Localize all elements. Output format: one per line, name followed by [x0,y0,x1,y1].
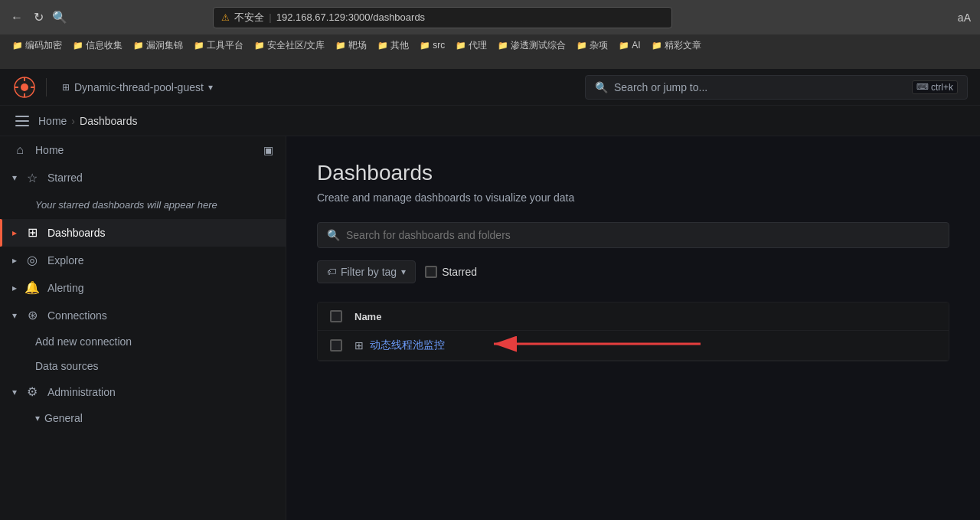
starred-empty-message: Your starred dashboards will appear here [0,191,286,219]
connections-chevron-icon: ▾ [12,310,17,321]
layout-icon: ▣ [263,144,273,156]
dashboard-search-input[interactable] [346,229,939,241]
workspace-selector[interactable]: ⊞ Dynamic-thread-pool-guest ▾ [56,78,219,96]
starred-filter-label: Starred [442,266,477,278]
search-placeholder: Search or jump to... [614,81,707,93]
breadcrumb-bar: Home › Dashboards [0,106,980,136]
sidebar-label-administration: Administration [47,386,273,398]
sidebar-item-data-sources[interactable]: Data sources [0,354,286,378]
bookmarks-bar: 📁编码加密 📁信息收集 📁漏洞集锦 📁工具平台 📁安全社区/文库 📁靶场 📁其他… [0,34,980,56]
breadcrumb-home[interactable]: Home [38,115,67,127]
global-search-bar[interactable]: 🔍 Search or jump to... ⌨ ctrl+k [585,75,968,100]
sidebar-item-administration[interactable]: ▾ ⚙ Administration [0,378,286,406]
bookmark-item[interactable]: 📁src [416,38,448,52]
starred-checkbox[interactable] [425,266,437,278]
sidebar-item-starred[interactable]: ▾ ☆ Starred [0,164,286,191]
dashboards-table: Name ⊞ 动态线程池监控 [317,302,949,361]
alerting-icon: 🔔 [24,280,40,296]
header-checkbox[interactable] [330,310,345,322]
workspace-chevron-icon: ▾ [208,82,213,93]
bookmark-item[interactable]: 📁渗透测试综合 [495,38,569,54]
filter-tag-label: Filter by tag [341,266,397,278]
grafana-logo[interactable] [12,75,37,100]
sidebar-label-connections: Connections [47,309,273,322]
bookmark-item[interactable]: 📁代理 [452,38,490,54]
breadcrumb-current: Dashboards [80,115,138,127]
url-text: 192.168.67.129:3000/dashboards [276,11,425,23]
bookmark-item[interactable]: 📁工具平台 [191,38,247,54]
bookmark-item[interactable]: 📁信息收集 [70,38,126,54]
bookmark-item[interactable]: 📁编码加密 [9,38,65,54]
sidebar-item-general[interactable]: ▾ General [0,406,286,430]
sidebar-item-alerting[interactable]: ▸ 🔔 Alerting [0,274,286,302]
sidebar-label-home: Home [35,144,256,156]
security-warning-icon: ⚠ [221,12,230,23]
address-bar[interactable]: ⚠ 不安全 | 192.168.67.129:3000/dashboards [213,7,672,28]
data-sources-label: Data sources [35,360,98,372]
general-chevron-icon: ▾ [35,413,40,424]
administration-chevron-icon: ▾ [12,387,17,397]
table-header: Name [318,303,949,331]
breadcrumb: Home › Dashboards [38,115,138,127]
aa-button[interactable]: aA [958,11,971,24]
insecure-label: 不安全 [234,11,264,25]
sidebar-label-dashboards: Dashboards [47,227,273,239]
dashboard-grid-icon: ⊞ [354,339,364,352]
add-connection-label: Add new connection [35,335,132,348]
sidebar-item-explore[interactable]: ▸ ◎ Explore [0,247,286,274]
content-area: Dashboards Create and manage dashboards … [286,136,980,520]
bookmark-item[interactable]: 📁其他 [374,38,412,54]
filter-row: 🏷 Filter by tag ▾ Starred [317,260,949,283]
home-icon: ⌂ [12,142,28,158]
search-icon: 🔍 [595,81,608,93]
page-title: Dashboards [317,161,949,185]
workspace-name: Dynamic-thread-pool-guest [74,81,204,93]
app-container: ⊞ Dynamic-thread-pool-guest ▾ 🔍 Search o… [0,69,980,520]
breadcrumb-separator: › [71,115,75,127]
browser-toolbar: ← ↻ 🔍 ⚠ 不安全 | 192.168.67.129:3000/dashbo… [0,0,980,34]
row-checkbox[interactable] [330,339,345,352]
page-subtitle: Create and manage dashboards to visualiz… [317,191,949,204]
sidebar-item-connections[interactable]: ▾ ⊛ Connections [0,302,286,329]
bookmark-item[interactable]: 📁AI [616,38,643,52]
table-row[interactable]: ⊞ 动态线程池监控 [318,331,949,361]
bookmark-item[interactable]: 📁靶场 [332,38,370,54]
sidebar: ⌂ Home ▣ ▾ ☆ Starred Your starred dashbo… [0,136,286,520]
annotation-arrow [471,325,716,361]
bookmark-item[interactable]: 📁漏洞集锦 [130,38,186,54]
starred-filter[interactable]: Starred [425,266,477,278]
sidebar-label-starred: Starred [47,172,273,184]
general-label: General [44,412,83,424]
sidebar-label-explore: Explore [47,254,273,267]
bookmark-item[interactable]: 📁杂项 [573,38,611,54]
dashboard-search-bar[interactable]: 🔍 [317,222,949,248]
table-column-name: Name [354,311,381,322]
filter-by-tag[interactable]: 🏷 Filter by tag ▾ [317,260,416,283]
search-kbd-text: ctrl+k [931,82,953,93]
back-button[interactable]: ← [9,10,24,25]
browser-search-button[interactable]: 🔍 [52,10,67,25]
dashboards-chevron-icon: ▸ [12,227,17,238]
url-separator: | [269,11,271,23]
alerting-chevron-icon: ▸ [12,283,17,293]
browser-chrome: ← ↻ 🔍 ⚠ 不安全 | 192.168.67.129:3000/dashbo… [0,0,980,69]
svg-point-1 [21,83,28,91]
reload-button[interactable]: ↻ [31,10,46,25]
tag-icon: 🏷 [327,267,336,277]
administration-icon: ⚙ [24,384,40,400]
sidebar-label-alerting: Alerting [47,282,273,294]
main-layout: ⌂ Home ▣ ▾ ☆ Starred Your starred dashbo… [0,136,980,520]
sidebar-item-home[interactable]: ⌂ Home ▣ [0,136,286,164]
bookmark-item[interactable]: 📁精彩文章 [648,38,704,54]
dashboards-icon: ⊞ [24,225,40,240]
bookmark-item[interactable]: 📁安全社区/文库 [251,38,328,54]
connections-icon: ⊛ [24,308,40,323]
hamburger-menu[interactable] [12,113,32,129]
star-icon: ☆ [24,170,40,185]
nav-divider [46,78,47,96]
sidebar-item-dashboards[interactable]: ▸ ⊞ Dashboards [0,219,286,247]
filter-tag-chevron-icon: ▾ [401,267,406,277]
sidebar-item-add-connection[interactable]: Add new connection [0,329,286,354]
explore-icon: ◎ [24,253,40,268]
dashboard-link[interactable]: 动态线程池监控 [370,338,445,352]
